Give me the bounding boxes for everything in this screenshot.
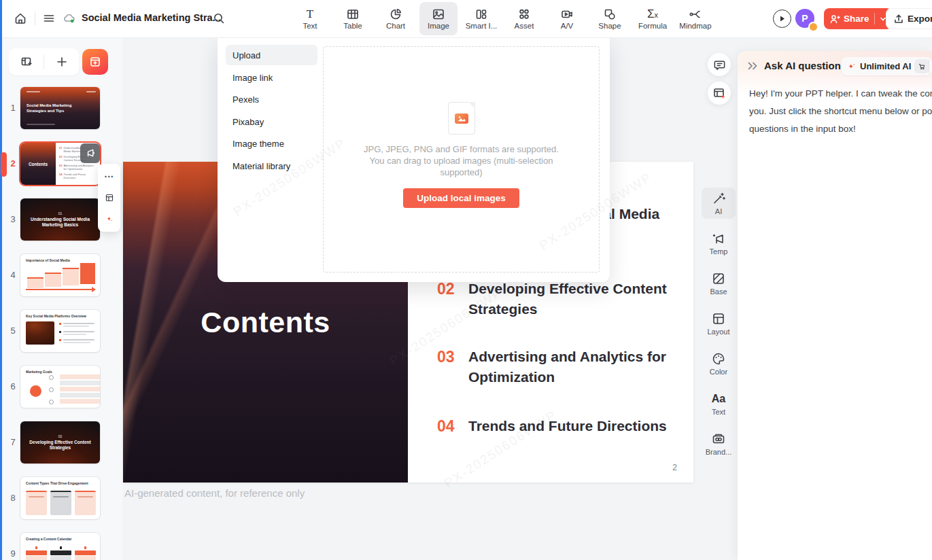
tool-label: Text [303, 22, 317, 30]
slide-page-number: 2 [663, 463, 677, 472]
thumb-card [26, 491, 47, 515]
slide-thumbnail-4[interactable]: Importance of Social Media [20, 254, 100, 296]
slide-thumbnail-6[interactable]: Marketing Goals [20, 366, 100, 408]
slide-thumbnail-3[interactable]: 01 Understanding Social Media Marketing … [20, 198, 100, 241]
upload-dropzone[interactable]: JPG, JPEG, PNG and GIF formats are suppo… [323, 46, 600, 273]
purchase-cart-button[interactable] [914, 59, 929, 73]
search-button[interactable] [208, 7, 230, 29]
slide-number: 3 [7, 214, 19, 224]
rail-layout[interactable]: Layout [702, 308, 736, 339]
share-button[interactable]: Share [824, 8, 892, 29]
slide-thumbnail-7[interactable]: 02 Developing Effective Content Strategi… [20, 421, 100, 463]
unlimited-ai-badge[interactable]: Unlimited AI [842, 57, 932, 75]
cloud-sync-button[interactable] [58, 7, 80, 29]
rail-base[interactable]: Base [702, 268, 736, 299]
thumb-card-header [75, 550, 96, 555]
slide-number: 9 [7, 548, 19, 559]
thumb-card-header [26, 550, 47, 555]
item-number: 02 [437, 279, 460, 319]
tool-table[interactable]: Table [334, 2, 372, 35]
slide-thumbnail-5[interactable]: Key Social Media Platforms Overview [20, 310, 100, 352]
file-fold-corner [468, 102, 475, 109]
menu-button[interactable] [38, 7, 60, 29]
tool-shape[interactable]: Shape [591, 2, 629, 35]
menu-item-pexels[interactable]: Pexels [226, 89, 317, 109]
cart-icon [918, 62, 925, 71]
hamburger-icon [42, 12, 56, 25]
ai-beautify-button[interactable] [101, 211, 118, 227]
tool-smart[interactable]: Smart I... [462, 2, 500, 35]
image-chip-icon [455, 113, 468, 124]
menu-item-pixabay[interactable]: Pixabay [226, 111, 317, 132]
rail-color[interactable]: Color [702, 348, 736, 379]
ai-layout-button[interactable] [708, 82, 731, 105]
comment-icon [713, 58, 726, 71]
contents-item-3[interactable]: 03 Advertising and Analytics for Optimiz… [437, 347, 693, 387]
thumb-contents-item: 03Advertising and Analytics for Optimiza… [59, 164, 98, 171]
insert-toolbar: T Text Table Chart Image Smart I... Asse… [291, 2, 714, 35]
new-slide-icon [20, 55, 33, 69]
layout-option-button[interactable] [101, 190, 118, 206]
thumb-bullet [59, 339, 61, 341]
tool-formula[interactable]: Σx Formula [634, 2, 672, 35]
thumb-textbar [77, 496, 93, 497]
home-button[interactable] [10, 7, 31, 29]
slide-thumbnail-1[interactable]: Social Media Marketing Strategies and Ti… [20, 87, 100, 129]
new-slide-button[interactable] [9, 48, 44, 75]
thumb-title: Key Social Media Platforms Overview [26, 314, 86, 318]
thumb-section-text: 01 Understanding Social Media Marketing … [20, 198, 100, 241]
thumb-axis [26, 289, 92, 290]
menu-item-image-theme[interactable]: Image theme [226, 133, 317, 154]
template-plus-icon [88, 55, 102, 69]
tool-text[interactable]: T Text [291, 2, 329, 35]
slide-thumbnail-8[interactable]: Content Types That Drive Engagement [20, 477, 100, 519]
slide-number: 2 [7, 158, 19, 169]
share-label: Share [844, 14, 869, 24]
rail-text[interactable]: Aa Text [702, 388, 736, 419]
export-button[interactable]: Export [886, 8, 932, 29]
rail-ai[interactable]: AI [702, 188, 736, 219]
more-options-button[interactable]: ··· [101, 169, 118, 185]
contents-item-4[interactable]: 04 Trends and Future Directions [437, 416, 693, 436]
tool-asset[interactable]: Asset [505, 2, 543, 35]
upload-local-images-button[interactable]: Upload local images [403, 188, 519, 208]
play-icon [778, 15, 786, 22]
tool-chart[interactable]: Chart [377, 2, 415, 35]
slide-contents-title[interactable]: Contents [123, 306, 408, 339]
upload-file-icon [448, 102, 475, 135]
contents-item-2[interactable]: 02 Developing Effective Content Strategi… [437, 279, 693, 319]
tool-label: Mindmap [679, 22, 711, 30]
tool-mindmap[interactable]: Mindmap [676, 2, 714, 35]
thumb-title: Contents [29, 162, 48, 167]
layout-icon [105, 192, 114, 204]
thumb-contents-item: 04Trends and Future Directions [59, 173, 98, 179]
item-number: 03 [437, 347, 460, 387]
template-market-button[interactable] [82, 49, 108, 75]
image-insert-popup: Upload Image link Pexels Pixabay Image t… [218, 37, 610, 282]
collapse-chevrons-icon[interactable] [747, 61, 759, 71]
layout-icon [711, 311, 726, 326]
slide-thumbnail-9[interactable]: Creating a Content Calendar [20, 533, 100, 560]
slide-number: 6 [7, 381, 19, 391]
present-button[interactable] [773, 10, 791, 28]
rail-brand[interactable]: Brand... [702, 428, 736, 459]
magic-wand-icon [711, 191, 726, 206]
menu-item-material-library[interactable]: Material library [226, 156, 317, 176]
comment-button[interactable] [708, 53, 731, 76]
menu-label: Upload [232, 50, 260, 60]
thumb-title: Marketing Goals [26, 370, 52, 374]
thumb-axis-arrow [92, 287, 96, 292]
menu-label: Image link [232, 73, 273, 83]
tool-image[interactable]: Image [419, 2, 458, 35]
brand-kit-icon [711, 432, 726, 447]
menu-item-image-link[interactable]: Image link [226, 67, 317, 88]
shape-icon [603, 7, 617, 21]
item-text: Trends and Future Directions [468, 416, 693, 436]
item-num: 02 [59, 155, 62, 162]
menu-item-upload[interactable]: Upload [226, 45, 317, 65]
tool-label: Asset [515, 22, 534, 30]
slide-number: 7 [7, 437, 19, 447]
tool-av[interactable]: A/V [548, 2, 586, 35]
add-slide-button[interactable] [44, 48, 79, 75]
rail-temp[interactable]: Temp [702, 228, 736, 259]
